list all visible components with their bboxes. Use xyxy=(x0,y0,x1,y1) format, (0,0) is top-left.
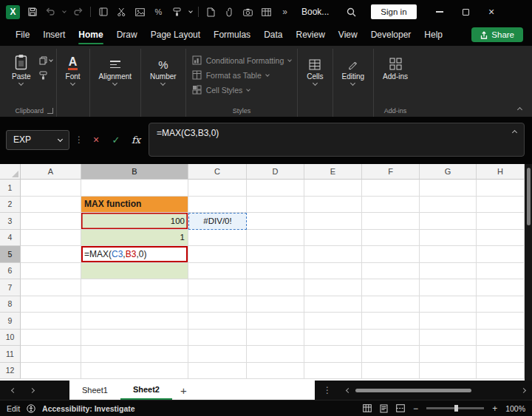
row-header-3[interactable]: 3 xyxy=(0,213,21,230)
cell-F11[interactable] xyxy=(362,346,420,363)
cancel-button[interactable]: × xyxy=(89,132,103,147)
scroll-left-icon[interactable] xyxy=(346,387,351,392)
cell-A8[interactable] xyxy=(21,296,81,313)
percent-style-icon[interactable]: % xyxy=(152,6,165,18)
accessibility-icon[interactable] xyxy=(27,404,35,413)
zoom-level[interactable]: 100% xyxy=(505,404,525,413)
tab-options-icon[interactable]: ⋮ xyxy=(323,385,332,395)
select-all-corner[interactable] xyxy=(0,164,21,180)
cell-D4[interactable] xyxy=(247,230,304,247)
share-button[interactable]: Share xyxy=(471,27,523,42)
cut-icon[interactable] xyxy=(115,6,128,18)
cell-A2[interactable] xyxy=(21,197,81,214)
cell-D2[interactable] xyxy=(247,197,304,214)
cell-D11[interactable] xyxy=(247,346,304,363)
cell-D7[interactable] xyxy=(247,279,304,296)
cell-C1[interactable] xyxy=(188,180,247,197)
cell-C10[interactable] xyxy=(188,330,247,347)
row-header-10[interactable]: 10 xyxy=(0,330,21,347)
notebook-icon[interactable] xyxy=(97,6,109,18)
row-header-1[interactable]: 1 xyxy=(0,180,21,197)
cell-H2[interactable] xyxy=(477,197,525,214)
cell-C8[interactable] xyxy=(188,296,247,313)
undo-icon[interactable] xyxy=(44,6,57,18)
row-header-2[interactable]: 2 xyxy=(0,197,21,214)
cell-D12[interactable] xyxy=(247,363,304,380)
cell-B3[interactable]: 100 xyxy=(81,213,188,230)
cell-A10[interactable] xyxy=(21,330,81,347)
cell-A5[interactable] xyxy=(21,246,81,263)
cell-B6[interactable] xyxy=(81,263,188,280)
cell-G2[interactable] xyxy=(420,197,477,214)
row-header-7[interactable]: 7 xyxy=(0,279,21,296)
row-header-4[interactable]: 4 xyxy=(0,230,21,247)
dialog-launcher-icon[interactable] xyxy=(47,108,53,114)
column-header-E[interactable]: E xyxy=(304,164,362,180)
cell-E8[interactable] xyxy=(304,296,362,313)
cell-B12[interactable] xyxy=(81,363,188,380)
cell-C7[interactable] xyxy=(188,279,247,296)
zoom-out-button[interactable]: − xyxy=(413,403,418,414)
cell-A7[interactable] xyxy=(21,279,81,296)
cell-G1[interactable] xyxy=(420,180,477,197)
menu-formulas[interactable]: Formulas xyxy=(207,24,257,45)
cell-G10[interactable] xyxy=(420,330,477,347)
maximize-button[interactable] xyxy=(453,1,479,23)
sheet-tab-sheet2[interactable]: Sheet2 xyxy=(120,381,172,400)
cell-H9[interactable] xyxy=(477,313,525,330)
cell-F12[interactable] xyxy=(362,363,420,380)
cell-F5[interactable] xyxy=(362,246,420,263)
column-header-H[interactable]: H xyxy=(477,164,525,180)
cell-E9[interactable] xyxy=(304,313,362,330)
cell-E12[interactable] xyxy=(304,363,362,380)
alignment-button[interactable]: Alignment xyxy=(92,49,138,85)
cell-F9[interactable] xyxy=(362,313,420,330)
vertical-scrollbar[interactable] xyxy=(525,164,532,381)
cells-button[interactable]: Cells xyxy=(300,49,330,85)
cell-E6[interactable] xyxy=(304,263,362,280)
column-header-G[interactable]: G xyxy=(420,164,477,180)
cell-C5[interactable] xyxy=(188,246,247,263)
cell-G3[interactable] xyxy=(420,213,477,230)
cell-C12[interactable] xyxy=(188,363,247,380)
insert-function-button[interactable]: fx xyxy=(129,132,143,147)
conditional-formatting-button[interactable]: Conditional Formatting xyxy=(192,55,292,65)
cell-H6[interactable] xyxy=(477,263,525,280)
menu-view[interactable]: View xyxy=(332,24,364,45)
cell-H11[interactable] xyxy=(477,346,525,363)
cell-G12[interactable] xyxy=(420,363,477,380)
cell-F6[interactable] xyxy=(362,263,420,280)
cell-D5[interactable] xyxy=(247,246,304,263)
page-layout-view-icon[interactable] xyxy=(380,404,388,413)
addins-button[interactable]: Add-ins xyxy=(376,49,415,81)
cell-D8[interactable] xyxy=(247,296,304,313)
cell-B1[interactable] xyxy=(81,180,188,197)
cell-B7[interactable] xyxy=(81,279,188,296)
cell-C6[interactable] xyxy=(188,263,247,280)
cell-H8[interactable] xyxy=(477,296,525,313)
horizontal-scrollbar-track[interactable] xyxy=(355,387,516,393)
cell-A1[interactable] xyxy=(21,180,81,197)
cell-B8[interactable] xyxy=(81,296,188,313)
column-header-D[interactable]: D xyxy=(247,164,304,180)
cell-F10[interactable] xyxy=(362,330,420,347)
menu-data[interactable]: Data xyxy=(257,24,289,45)
scroll-right-icon[interactable] xyxy=(521,387,526,392)
cell-H4[interactable] xyxy=(477,230,525,247)
cell-A12[interactable] xyxy=(21,363,81,380)
cell-H5[interactable] xyxy=(477,246,525,263)
cell-E7[interactable] xyxy=(304,279,362,296)
cell-B5[interactable]: =MAX(C3,B3,0) xyxy=(81,246,188,263)
row-header-9[interactable]: 9 xyxy=(0,313,21,330)
page-break-view-icon[interactable] xyxy=(396,404,405,412)
cell-C3[interactable]: #DIV/0! xyxy=(188,213,247,230)
cell-F4[interactable] xyxy=(362,230,420,247)
previous-sheet-icon[interactable] xyxy=(11,387,16,392)
row-header-11[interactable]: 11 xyxy=(0,346,21,363)
editing-button[interactable]: Editing xyxy=(335,49,372,85)
number-button[interactable]: % Number xyxy=(143,49,183,85)
row-header-8[interactable]: 8 xyxy=(0,296,21,313)
cell-F2[interactable] xyxy=(362,197,420,214)
cell-H12[interactable] xyxy=(477,363,525,380)
column-header-A[interactable]: A xyxy=(21,164,81,180)
